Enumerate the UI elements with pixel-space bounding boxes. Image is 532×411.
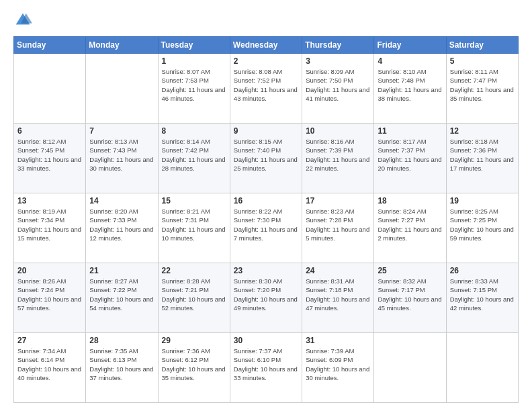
day-number: 11 <box>378 126 442 136</box>
day-info: Sunrise: 8:20 AM Sunset: 7:33 PM Dayligh… <box>89 207 154 242</box>
calendar-cell: 25Sunrise: 8:32 AM Sunset: 7:17 PM Dayli… <box>374 263 446 333</box>
day-info: Sunrise: 8:28 AM Sunset: 7:21 PM Dayligh… <box>162 277 226 312</box>
calendar-cell <box>446 333 518 403</box>
day-info: Sunrise: 8:32 AM Sunset: 7:17 PM Dayligh… <box>378 277 442 312</box>
day-info: Sunrise: 7:34 AM Sunset: 6:14 PM Dayligh… <box>17 347 82 382</box>
calendar-cell: 28Sunrise: 7:35 AM Sunset: 6:13 PM Dayli… <box>86 333 158 403</box>
weekday-header-cell: Monday <box>86 37 158 54</box>
calendar-cell: 16Sunrise: 8:22 AM Sunset: 7:30 PM Dayli… <box>230 193 302 263</box>
calendar-cell: 14Sunrise: 8:20 AM Sunset: 7:33 PM Dayli… <box>86 193 158 263</box>
day-number: 18 <box>378 196 442 205</box>
weekday-header-cell: Sunday <box>14 37 86 54</box>
day-info: Sunrise: 8:11 AM Sunset: 7:47 PM Dayligh… <box>450 67 515 103</box>
day-number: 29 <box>162 336 226 345</box>
day-info: Sunrise: 8:31 AM Sunset: 7:18 PM Dayligh… <box>306 277 370 312</box>
calendar-cell: 8Sunrise: 8:14 AM Sunset: 7:42 PM Daylig… <box>158 124 230 193</box>
calendar-week-row: 6Sunrise: 8:12 AM Sunset: 7:45 PM Daylig… <box>14 124 519 193</box>
calendar-cell: 23Sunrise: 8:30 AM Sunset: 7:20 PM Dayli… <box>230 263 302 333</box>
calendar-cell: 11Sunrise: 8:17 AM Sunset: 7:37 PM Dayli… <box>374 124 446 193</box>
calendar-week-row: 27Sunrise: 7:34 AM Sunset: 6:14 PM Dayli… <box>14 333 519 403</box>
calendar-cell: 18Sunrise: 8:24 AM Sunset: 7:27 PM Dayli… <box>374 193 446 263</box>
calendar-cell: 13Sunrise: 8:19 AM Sunset: 7:34 PM Dayli… <box>14 193 86 263</box>
day-info: Sunrise: 7:36 AM Sunset: 6:12 PM Dayligh… <box>162 347 226 382</box>
day-number: 9 <box>234 126 298 136</box>
day-info: Sunrise: 8:21 AM Sunset: 7:31 PM Dayligh… <box>162 207 226 242</box>
day-info: Sunrise: 7:35 AM Sunset: 6:13 PM Dayligh… <box>89 347 154 382</box>
weekday-header-cell: Wednesday <box>230 37 302 54</box>
day-info: Sunrise: 8:22 AM Sunset: 7:30 PM Dayligh… <box>234 207 298 242</box>
day-number: 21 <box>89 266 154 275</box>
day-number: 16 <box>234 196 298 205</box>
day-number: 25 <box>378 266 442 275</box>
calendar-cell <box>374 333 446 403</box>
day-number: 20 <box>17 266 82 275</box>
calendar-cell: 22Sunrise: 8:28 AM Sunset: 7:21 PM Dayli… <box>158 263 230 333</box>
calendar-table: SundayMondayTuesdayWednesdayThursdayFrid… <box>13 36 519 403</box>
calendar-cell: 15Sunrise: 8:21 AM Sunset: 7:31 PM Dayli… <box>158 193 230 263</box>
day-info: Sunrise: 8:19 AM Sunset: 7:34 PM Dayligh… <box>17 207 82 242</box>
day-number: 17 <box>306 196 370 205</box>
day-info: Sunrise: 8:33 AM Sunset: 7:15 PM Dayligh… <box>450 277 515 312</box>
day-info: Sunrise: 8:18 AM Sunset: 7:36 PM Dayligh… <box>450 137 515 173</box>
day-info: Sunrise: 8:16 AM Sunset: 7:39 PM Dayligh… <box>306 137 370 173</box>
day-info: Sunrise: 8:23 AM Sunset: 7:28 PM Dayligh… <box>306 207 370 242</box>
calendar-body: 1Sunrise: 8:07 AM Sunset: 7:53 PM Daylig… <box>14 54 519 403</box>
day-info: Sunrise: 8:30 AM Sunset: 7:20 PM Dayligh… <box>234 277 298 312</box>
weekday-header-cell: Saturday <box>446 37 518 54</box>
page: SundayMondayTuesdayWednesdayThursdayFrid… <box>0 0 532 411</box>
calendar-cell: 6Sunrise: 8:12 AM Sunset: 7:45 PM Daylig… <box>14 124 86 193</box>
calendar-cell: 24Sunrise: 8:31 AM Sunset: 7:18 PM Dayli… <box>302 263 374 333</box>
calendar-cell: 2Sunrise: 8:08 AM Sunset: 7:52 PM Daylig… <box>230 54 302 124</box>
day-info: Sunrise: 8:26 AM Sunset: 7:24 PM Dayligh… <box>17 277 82 312</box>
day-number: 23 <box>234 266 298 275</box>
calendar-cell <box>86 54 158 124</box>
calendar-cell: 29Sunrise: 7:36 AM Sunset: 6:12 PM Dayli… <box>158 333 230 403</box>
calendar-cell: 19Sunrise: 8:25 AM Sunset: 7:25 PM Dayli… <box>446 193 518 263</box>
calendar-cell <box>14 54 86 124</box>
day-number: 26 <box>450 266 515 275</box>
day-number: 3 <box>306 56 370 66</box>
calendar-cell: 10Sunrise: 8:16 AM Sunset: 7:39 PM Dayli… <box>302 124 374 193</box>
day-number: 1 <box>162 56 226 66</box>
day-info: Sunrise: 8:12 AM Sunset: 7:45 PM Dayligh… <box>17 137 82 173</box>
calendar-week-row: 1Sunrise: 8:07 AM Sunset: 7:53 PM Daylig… <box>14 54 519 124</box>
day-number: 4 <box>378 56 442 66</box>
calendar-week-row: 13Sunrise: 8:19 AM Sunset: 7:34 PM Dayli… <box>14 193 519 263</box>
day-number: 7 <box>89 126 154 136</box>
calendar-cell: 21Sunrise: 8:27 AM Sunset: 7:22 PM Dayli… <box>86 263 158 333</box>
day-number: 30 <box>234 336 298 345</box>
calendar-cell: 7Sunrise: 8:13 AM Sunset: 7:43 PM Daylig… <box>86 124 158 193</box>
day-number: 13 <box>17 196 82 205</box>
header <box>13 11 519 30</box>
day-info: Sunrise: 7:37 AM Sunset: 6:10 PM Dayligh… <box>234 347 298 382</box>
day-info: Sunrise: 8:15 AM Sunset: 7:40 PM Dayligh… <box>234 137 298 173</box>
calendar-cell: 30Sunrise: 7:37 AM Sunset: 6:10 PM Dayli… <box>230 333 302 403</box>
day-info: Sunrise: 8:27 AM Sunset: 7:22 PM Dayligh… <box>89 277 154 312</box>
calendar-cell: 31Sunrise: 7:39 AM Sunset: 6:09 PM Dayli… <box>302 333 374 403</box>
day-number: 24 <box>306 266 370 275</box>
day-number: 14 <box>89 196 154 205</box>
weekday-header-row: SundayMondayTuesdayWednesdayThursdayFrid… <box>14 37 519 54</box>
day-number: 27 <box>17 336 82 345</box>
calendar-cell: 20Sunrise: 8:26 AM Sunset: 7:24 PM Dayli… <box>14 263 86 333</box>
day-info: Sunrise: 8:09 AM Sunset: 7:50 PM Dayligh… <box>306 67 370 103</box>
calendar-cell: 3Sunrise: 8:09 AM Sunset: 7:50 PM Daylig… <box>302 54 374 124</box>
calendar-cell: 4Sunrise: 8:10 AM Sunset: 7:48 PM Daylig… <box>374 54 446 124</box>
day-number: 6 <box>17 126 82 136</box>
day-number: 5 <box>450 56 515 66</box>
calendar-cell: 9Sunrise: 8:15 AM Sunset: 7:40 PM Daylig… <box>230 124 302 193</box>
calendar-week-row: 20Sunrise: 8:26 AM Sunset: 7:24 PM Dayli… <box>14 263 519 333</box>
calendar-cell: 12Sunrise: 8:18 AM Sunset: 7:36 PM Dayli… <box>446 124 518 193</box>
calendar-cell: 27Sunrise: 7:34 AM Sunset: 6:14 PM Dayli… <box>14 333 86 403</box>
calendar-cell: 5Sunrise: 8:11 AM Sunset: 7:47 PM Daylig… <box>446 54 518 124</box>
weekday-header-cell: Tuesday <box>158 37 230 54</box>
day-number: 31 <box>306 336 370 345</box>
day-number: 19 <box>450 196 515 205</box>
calendar-cell: 17Sunrise: 8:23 AM Sunset: 7:28 PM Dayli… <box>302 193 374 263</box>
day-info: Sunrise: 8:17 AM Sunset: 7:37 PM Dayligh… <box>378 137 442 173</box>
day-info: Sunrise: 8:10 AM Sunset: 7:48 PM Dayligh… <box>378 67 442 103</box>
day-info: Sunrise: 8:25 AM Sunset: 7:25 PM Dayligh… <box>450 207 515 242</box>
weekday-header-cell: Friday <box>374 37 446 54</box>
logo-icon <box>13 11 32 30</box>
day-number: 10 <box>306 126 370 136</box>
